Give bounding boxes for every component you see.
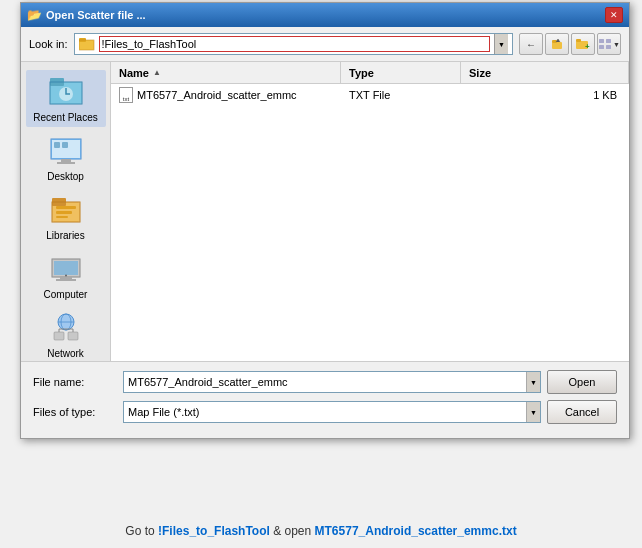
dialog-title: Open Scatter file ... [46, 9, 146, 21]
filetype-input[interactable] [124, 404, 526, 420]
sidebar-item-recent[interactable]: Recent Places [26, 70, 106, 127]
back-button[interactable]: ← [519, 33, 543, 55]
filetype-row: Files of type: ▼ Cancel [33, 400, 617, 424]
filetype-label: Files of type: [33, 406, 123, 418]
svg-rect-33 [56, 279, 76, 281]
svg-rect-27 [56, 211, 72, 214]
open-button[interactable]: Open [547, 370, 617, 394]
svg-rect-26 [56, 206, 76, 209]
file-list-header: Name ▲ Type Size [111, 62, 629, 84]
svg-rect-38 [54, 332, 64, 340]
caption-prefix: Go to [125, 524, 158, 538]
computer-icon [48, 251, 84, 287]
column-header-size[interactable]: Size [461, 62, 629, 83]
toolbar-buttons: ← + [519, 33, 621, 55]
file-name-cell: txt MT6577_Android_scatter_emmc [115, 87, 345, 103]
sort-arrow-icon: ▲ [153, 68, 161, 77]
svg-rect-10 [599, 45, 604, 49]
filetype-dropdown-arrow[interactable]: ▼ [526, 402, 540, 422]
svg-rect-31 [54, 261, 78, 275]
svg-rect-21 [54, 142, 60, 148]
lookin-value: !Files_to_FlashTool [99, 36, 490, 52]
table-row[interactable]: txt MT6577_Android_scatter_emmc TXT File… [111, 84, 629, 106]
filename-input[interactable] [124, 374, 526, 390]
filename-dropdown-arrow[interactable]: ▼ [526, 372, 540, 392]
filename-row: File name: ▼ Open [33, 370, 617, 394]
sidebar-item-libraries[interactable]: Libraries [26, 188, 106, 245]
sidebar-item-computer[interactable]: Computer [26, 247, 106, 304]
file-list-area: Name ▲ Type Size txt MT6577_Android_scat… [111, 62, 629, 361]
network-label: Network [47, 348, 84, 359]
name-column-label: Name [119, 67, 149, 79]
svg-rect-9 [606, 39, 611, 43]
recent-places-icon [48, 74, 84, 110]
lookin-dropdown-arrow[interactable]: ▼ [494, 34, 508, 54]
svg-rect-6 [576, 39, 581, 42]
title-bar: 📂 Open Scatter file ... ✕ [21, 3, 629, 27]
caption-middle: & open [270, 524, 315, 538]
toolbar-row: Look in: !Files_to_FlashTool ▼ ← [21, 27, 629, 61]
size-column-label: Size [469, 67, 491, 79]
close-button[interactable]: ✕ [605, 7, 623, 23]
svg-rect-11 [606, 45, 611, 49]
caption-link-2[interactable]: MT6577_Android_scatter_emmc.txt [315, 524, 517, 538]
places-sidebar: Recent Places Desktop [21, 62, 111, 361]
sidebar-item-network[interactable]: Network [26, 306, 106, 363]
svg-text:+: + [585, 42, 590, 50]
title-bar-controls: ✕ [605, 7, 623, 23]
create-folder-button[interactable]: + [571, 33, 595, 55]
up-button[interactable] [545, 33, 569, 55]
libraries-label: Libraries [46, 230, 84, 241]
network-icon [48, 310, 84, 346]
dialog-icon: 📂 [27, 8, 42, 22]
desktop-icon [48, 133, 84, 169]
desktop-label: Desktop [47, 171, 84, 182]
svg-rect-22 [62, 142, 68, 148]
sidebar-item-desktop[interactable]: Desktop [26, 129, 106, 186]
folder-icon [79, 37, 95, 51]
svg-point-34 [65, 275, 67, 277]
up-folder-icon [551, 38, 563, 50]
computer-label: Computer [44, 289, 88, 300]
recent-places-label: Recent Places [33, 112, 97, 123]
views-button[interactable]: ▼ [597, 33, 621, 55]
libraries-icon [48, 192, 84, 228]
file-type-cell: TXT File [345, 89, 465, 101]
content-area: Recent Places Desktop [21, 61, 629, 361]
views-dropdown-arrow: ▼ [613, 41, 620, 48]
type-column-label: Type [349, 67, 374, 79]
column-header-type[interactable]: Type [341, 62, 461, 83]
views-icon [598, 38, 612, 50]
cancel-button[interactable]: Cancel [547, 400, 617, 424]
file-name: MT6577_Android_scatter_emmc [137, 89, 297, 101]
caption-link-1[interactable]: !Files_to_FlashTool [158, 524, 270, 538]
column-header-name[interactable]: Name ▲ [111, 62, 341, 83]
svg-rect-19 [57, 162, 75, 164]
caption-area: Go to !Files_to_FlashTool & open MT6577_… [0, 524, 642, 538]
open-dialog: 📂 Open Scatter file ... ✕ Look in: !File… [20, 2, 630, 439]
svg-rect-3 [552, 42, 562, 49]
file-size-cell: 1 KB [465, 89, 625, 101]
svg-rect-28 [56, 216, 68, 218]
svg-rect-8 [599, 39, 604, 43]
new-folder-icon: + [576, 38, 590, 50]
txt-file-icon: txt [119, 87, 133, 103]
title-bar-left: 📂 Open Scatter file ... [27, 8, 146, 22]
filetype-input-wrap: ▼ [123, 401, 541, 423]
lookin-combo[interactable]: !Files_to_FlashTool ▼ [74, 33, 513, 55]
svg-rect-39 [68, 332, 78, 340]
filename-input-wrap: ▼ [123, 371, 541, 393]
filename-label: File name: [33, 376, 123, 388]
bottom-area: File name: ▼ Open Files of type: ▼ Cance… [21, 361, 629, 438]
lookin-label: Look in: [29, 38, 68, 50]
